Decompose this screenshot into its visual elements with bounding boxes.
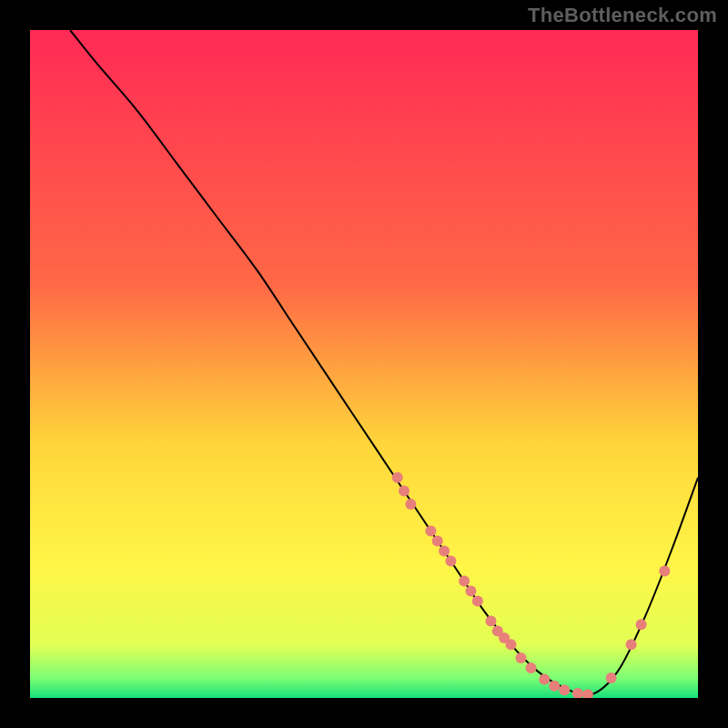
highlight-point (559, 684, 570, 695)
highlight-point (465, 586, 476, 597)
highlight-point (445, 556, 456, 567)
highlight-point (459, 576, 470, 587)
highlight-point (399, 486, 410, 497)
highlight-point (432, 536, 443, 547)
highlight-point (549, 681, 560, 692)
plot-area (30, 30, 698, 698)
highlight-point (506, 639, 517, 650)
highlight-point (472, 596, 483, 607)
highlight-point (405, 499, 416, 510)
watermark-text: TheBottleneck.com (528, 4, 717, 27)
highlight-point (606, 672, 617, 683)
highlight-point (425, 526, 436, 537)
highlight-point (636, 619, 647, 630)
highlight-point (439, 546, 450, 557)
highlight-point (526, 662, 537, 673)
highlight-point (626, 639, 637, 650)
chart-svg (30, 30, 698, 698)
highlight-point (659, 566, 670, 577)
gradient-background (30, 30, 698, 698)
chart-container: TheBottleneck.com (0, 0, 728, 728)
highlight-point (392, 472, 403, 483)
highlight-point (516, 652, 527, 663)
highlight-point (486, 616, 497, 627)
highlight-point (539, 673, 550, 684)
